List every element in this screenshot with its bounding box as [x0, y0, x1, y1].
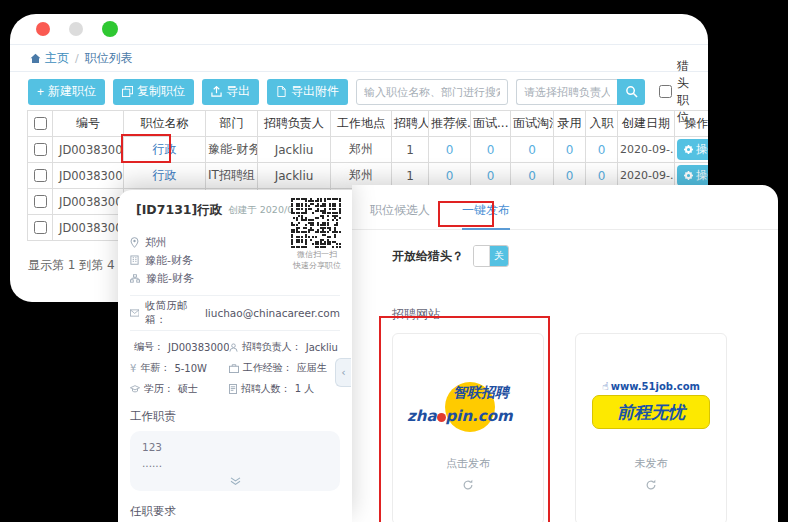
row-action-label: 操作 — [696, 142, 708, 157]
resume-email-label: 收简历邮箱： — [145, 299, 199, 327]
job-info-grid: 编号：JD00383000036 招聘负责人：Jackliu ¥ 年薪：5-10… — [130, 340, 340, 396]
recruitment-sites-label: 招聘网站 — [392, 306, 778, 323]
resume-email-row: 收简历邮箱： liuchao@chinacareer.com — [130, 304, 340, 322]
info-id: 编号：JD00383000036 — [130, 340, 229, 354]
collapse-panel-handle[interactable]: ‹ — [335, 358, 351, 387]
job-created-date: 创建于 2020/09 — [228, 204, 299, 217]
tab-candidates[interactable]: 职位候选人 — [370, 202, 430, 229]
job-detail-title: [ID7131]行政 — [136, 202, 222, 219]
export-button[interactable]: 导出 — [202, 79, 259, 105]
count-link[interactable]: 0 — [528, 169, 536, 183]
export-attachment-button[interactable]: 导出附件 — [267, 79, 348, 105]
refresh-icon[interactable] — [576, 476, 726, 495]
breadcrumb-current: 职位列表 — [85, 50, 133, 67]
job-title-link[interactable]: 行政 — [153, 168, 177, 182]
job-detail-panel: [ID7131]行政 创建于 2020/09 微信扫一扫 快速分享职位 郑州 豫… — [118, 190, 352, 522]
51job-yellow-box: 前程无忧 — [592, 395, 710, 429]
search-button[interactable] — [617, 79, 645, 105]
count-link[interactable]: 0 — [528, 143, 536, 157]
row-checkbox[interactable] — [34, 221, 47, 234]
count-link[interactable]: 0 — [487, 143, 495, 157]
cell-id: JD00383000019 — [53, 215, 124, 241]
zhaopin-status: 点击发布 — [393, 456, 543, 471]
zhaopin-logo: 智联招聘 zhapin.com — [393, 380, 543, 436]
qr-code — [291, 198, 341, 248]
cell-dept: 豫能-财务 — [206, 137, 258, 163]
count-link[interactable]: 0 — [598, 143, 606, 157]
count-link[interactable]: 0 — [566, 169, 574, 183]
headhunter-toggle[interactable]: 关 — [473, 245, 509, 267]
export-icon — [211, 86, 222, 97]
toolbar: + 新建职位 复制职位 导出 导出附件 猎头职位 — [28, 78, 690, 105]
new-job-button[interactable]: + 新建职位 — [28, 79, 105, 105]
requirements-section-title: 任职要求 — [130, 504, 340, 519]
yen-icon: ¥ — [130, 363, 136, 374]
count-link[interactable]: 0 — [566, 143, 574, 157]
select-all-checkbox[interactable] — [34, 117, 47, 130]
home-icon — [30, 53, 41, 64]
breadcrumb-separator: / — [75, 52, 79, 65]
zhaopin-red-dot — [437, 413, 446, 422]
cell-id: JD00383000035 — [53, 163, 124, 189]
row-checkbox[interactable] — [34, 195, 47, 208]
count-link[interactable]: 0 — [446, 169, 454, 183]
info-salary: ¥ 年薪：5-10W — [130, 361, 229, 375]
qr-caption: 微信扫一扫 快速分享职位 — [291, 250, 343, 272]
count-link[interactable]: 0 — [487, 169, 495, 183]
col-onboarded: 入职 — [586, 111, 618, 137]
col-id: 编号 — [53, 111, 124, 137]
briefcase-icon — [229, 364, 239, 373]
count-link[interactable]: 0 — [446, 143, 454, 157]
tab-one-click-publish[interactable]: 一键发布 — [462, 202, 510, 230]
site-card-zhaopin[interactable]: 智联招聘 zhapin.com 点击发布 — [392, 333, 544, 522]
copy-icon — [122, 86, 133, 97]
site-cards: 智联招聘 zhapin.com 点击发布 ☝www.51job.com 前程无忧… — [392, 333, 778, 522]
expand-chevron-icon[interactable] — [142, 476, 328, 488]
job-title-link[interactable]: 行政 — [153, 142, 177, 156]
cell-id: JD00383000036 — [53, 137, 124, 163]
traffic-light-minimize[interactable] — [69, 22, 83, 36]
titlebar — [10, 14, 708, 44]
headhunter-checkbox[interactable] — [659, 85, 672, 98]
file-icon — [276, 86, 287, 97]
col-recommended: 推荐候... — [429, 111, 471, 137]
owner-select-input[interactable] — [516, 79, 617, 105]
traffic-light-zoom[interactable] — [102, 21, 118, 37]
row-checkbox[interactable] — [34, 143, 47, 156]
site-card-51job[interactable]: ☝www.51job.com 前程无忧 未发布 — [575, 333, 727, 522]
plus-icon: + — [37, 85, 44, 99]
row-checkbox[interactable] — [34, 169, 47, 182]
col-interview: 面试... — [471, 111, 511, 137]
traffic-light-close[interactable] — [36, 22, 50, 36]
row-action-button[interactable]: 操作 — [677, 165, 708, 186]
duties-box: 123 ...... — [130, 431, 340, 491]
duty-line: ...... — [142, 456, 328, 472]
info-experience: 工作经验：应届生 — [229, 361, 340, 375]
publish-panel: 职位候选人 一键发布 开放给猎头？ 关 招聘网站 智联招聘 zhapin.com… — [352, 185, 778, 522]
breadcrumb-home-label[interactable]: 主页 — [45, 50, 69, 67]
col-owner: 招聘负责人 — [258, 111, 331, 137]
zhaopin-cn-text: 智联招聘 — [453, 384, 509, 402]
51job-cn-text: 前程无忧 — [617, 401, 685, 424]
col-location: 工作地点 — [331, 111, 392, 137]
job-department: 豫能-财务 — [130, 269, 340, 287]
location-pin-icon — [130, 237, 139, 248]
col-interview-out: 面试淘汰 — [511, 111, 554, 137]
export-attachment-label: 导出附件 — [291, 83, 339, 100]
table-row: JD00383000036 行政 豫能-财务 Jackliu 郑州 1 0 0 … — [28, 137, 709, 163]
breadcrumb: 主页 / 职位列表 — [10, 44, 708, 72]
building-icon — [130, 255, 139, 265]
resume-email-value: liuchao@chinacareer.com — [205, 307, 340, 319]
count-link[interactable]: 0 — [598, 169, 606, 183]
person-icon — [229, 343, 238, 352]
row-action-button[interactable]: 操作 — [677, 139, 708, 160]
copy-job-button[interactable]: 复制职位 — [113, 79, 194, 105]
duties-section-title: 工作职责 — [130, 409, 340, 424]
publish-tabs: 职位候选人 一键发布 — [352, 185, 778, 230]
breadcrumb-home[interactable]: 主页 — [30, 50, 69, 67]
refresh-icon[interactable] — [393, 476, 543, 495]
search-input[interactable] — [356, 79, 508, 105]
zhaopin-en-text: zhapin.com — [407, 407, 513, 425]
cell-owner: Jackliu — [258, 163, 331, 189]
cell-id: JD00383000025 — [53, 189, 124, 215]
